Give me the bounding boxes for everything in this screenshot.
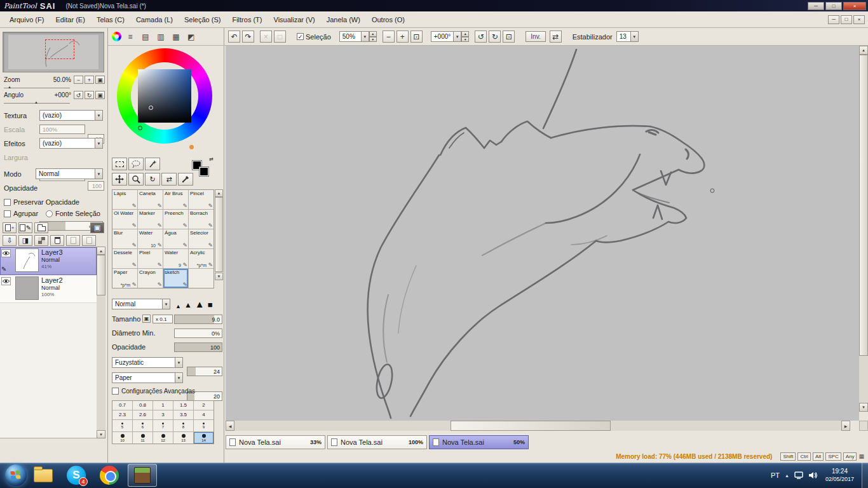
dropdown-arrow-icon[interactable]: ▼ <box>175 357 183 368</box>
selection-toggle[interactable]: ✓ Seleção <box>297 33 331 41</box>
layer-visibility-toggle[interactable] <box>1 277 11 285</box>
edge-shape-dropdown[interactable]: Fuzystatic ▼ <box>112 357 183 368</box>
size-preset[interactable]: 2 <box>194 401 214 410</box>
clear-layer-button[interactable] <box>34 235 48 246</box>
document-tab[interactable]: Nova Tela.sai 100% <box>327 435 427 449</box>
dropdown-arrow-icon[interactable]: ▼ <box>95 138 103 149</box>
layer-list-scrollbar[interactable]: ▲ ▼ <box>97 247 105 438</box>
mdi-restore-button[interactable]: □ <box>841 15 852 24</box>
size-preset[interactable]: 1.5 <box>173 401 193 410</box>
dropdown-arrow-icon[interactable]: ▼ <box>95 110 103 121</box>
view-mode-2-icon[interactable]: ▤ <box>139 31 152 43</box>
layer-mode-dropdown[interactable]: Normal ▼ <box>36 168 103 179</box>
rotate-cw-button[interactable]: ↻ <box>489 30 501 43</box>
brush-cell-empty[interactable] <box>189 269 214 288</box>
new-layer-button[interactable]: + <box>3 222 17 233</box>
brush-cell[interactable]: Ol Water✎ <box>112 210 137 229</box>
scroll-down-arrow[interactable]: ▼ <box>97 430 105 438</box>
brush-cell[interactable]: Air Brus✎ <box>163 190 188 209</box>
dropdown-arrow-icon[interactable]: ▼ <box>175 372 183 383</box>
saturation-value-square[interactable] <box>138 69 191 123</box>
flip-view-tool[interactable]: ⇄ <box>161 173 177 186</box>
color-wheel-toggle-icon[interactable] <box>112 32 121 41</box>
brush-cell[interactable]: Pixel✎ <box>138 249 163 268</box>
navigator-preview[interactable] <box>3 32 104 72</box>
menu-outros[interactable]: Outros (O) <box>366 13 410 26</box>
size-preset[interactable]: 0.7 <box>112 401 132 410</box>
canvas-vertical-scrollbar[interactable]: ▲ ▼ <box>859 46 868 421</box>
spin-up-icon[interactable]: ▲ <box>461 31 469 37</box>
advanced-settings-checkbox[interactable] <box>112 388 119 395</box>
brush-cell[interactable]: Blur✎ <box>112 229 137 248</box>
brush-cell[interactable]: Paper*p*m✎ <box>112 269 137 288</box>
layer-thumbnail[interactable] <box>15 248 39 272</box>
rotate-ccw-button[interactable]: ↺ <box>475 30 487 43</box>
taskbar-active-app-button[interactable] <box>126 463 159 488</box>
close-button[interactable]: × <box>843 2 866 10</box>
layer-visibility-toggle[interactable] <box>1 249 11 257</box>
menu-filtros[interactable]: Filtros (T) <box>226 13 268 26</box>
size-preset[interactable]: 2.3 <box>112 410 132 419</box>
size-preset[interactable]: 5 <box>112 420 132 431</box>
scrollbar-thumb[interactable] <box>215 197 223 272</box>
size-preset[interactable]: 9 <box>194 420 214 431</box>
menu-janela[interactable]: Janela (W) <box>321 13 366 26</box>
brush-cell[interactable]: Selecior✎ <box>189 229 214 248</box>
show-desktop-button[interactable] <box>862 463 868 488</box>
nav-angle-slider[interactable]: ▲ <box>4 103 70 104</box>
dropdown-arrow-icon[interactable]: ▼ <box>453 31 461 42</box>
invert-view-button[interactable]: Inv. <box>526 31 545 42</box>
size-preset[interactable]: 3 <box>153 410 173 419</box>
nav-zoom-in-button[interactable]: + <box>85 76 94 84</box>
flip-view-button[interactable]: ⇄ <box>550 30 562 43</box>
color-wheel[interactable] <box>117 48 212 144</box>
view-mode-1-icon[interactable]: ≡ <box>124 31 137 43</box>
mdi-minimize-button[interactable]: ─ <box>828 15 839 24</box>
dropdown-arrow-icon[interactable]: ▼ <box>95 168 103 179</box>
brush-cell[interactable]: Água✎ <box>163 229 188 248</box>
dropdown-arrow-icon[interactable]: ▼ <box>162 299 170 309</box>
merge-down-button[interactable]: ◨ <box>18 235 32 246</box>
taskbar-explorer-button[interactable] <box>27 463 60 488</box>
menu-visualizar[interactable]: Visualizar (V) <box>268 13 321 26</box>
view-mode-4-icon[interactable]: ▦ <box>170 31 182 43</box>
menu-telas[interactable]: Telas (C) <box>91 13 130 26</box>
group-checkbox[interactable] <box>4 210 11 217</box>
nav-angle-reset-button[interactable]: ▣ <box>95 91 105 99</box>
eyedropper-tool[interactable] <box>178 173 193 186</box>
scrollbar-thumb[interactable] <box>451 421 611 431</box>
redo-button[interactable]: ↷ <box>242 30 254 43</box>
brush-cell[interactable]: Water10✎ <box>138 229 163 248</box>
hue-marker[interactable] <box>138 126 142 130</box>
nav-zoom-slider[interactable]: ▲ <box>4 88 70 88</box>
minimize-button[interactable]: ─ <box>808 2 824 10</box>
document-tab[interactable]: Nova Tela.sai 33% <box>226 435 325 449</box>
canvas-horizontal-scrollbar[interactable]: ◀ ▶ <box>226 421 859 431</box>
tray-expand-icon[interactable]: ▲ <box>785 473 789 478</box>
preserve-opacity-row[interactable]: Preservar Opacidade <box>4 198 79 206</box>
effect-dropdown[interactable]: (vazio) ▼ <box>39 138 103 149</box>
swap-colors-icon[interactable]: ⇄ <box>209 156 214 162</box>
magic-wand-tool[interactable] <box>145 158 160 170</box>
zoom-in-button[interactable]: + <box>397 30 409 43</box>
size-preset[interactable]: 11 <box>133 432 153 444</box>
size-preset-selected[interactable]: 14 <box>194 432 214 444</box>
rect-select-tool[interactable] <box>112 158 127 170</box>
volume-icon[interactable] <box>808 471 818 479</box>
clock[interactable]: 19:24 02/05/2017 <box>823 468 857 483</box>
scrollbar-thumb[interactable] <box>97 255 105 295</box>
navigator-viewport-rect[interactable] <box>45 39 74 59</box>
angle-slider-thumb[interactable]: ▲ <box>34 100 38 104</box>
view-mode-3-icon[interactable]: ▥ <box>154 31 167 43</box>
drawing-canvas[interactable] <box>226 46 859 421</box>
nav-zoom-reset-button[interactable]: ▣ <box>95 76 105 84</box>
advanced-settings-row[interactable]: Configurações Avançadas <box>112 388 195 395</box>
brush-blend-dropdown[interactable]: Normal ▼ <box>112 299 170 309</box>
lasso-tool[interactable] <box>128 158 144 170</box>
preserve-opacity-checkbox[interactable] <box>4 199 11 206</box>
zoom-tool[interactable] <box>128 173 144 186</box>
undo-button[interactable]: ↶ <box>228 30 240 43</box>
brush-tip-shapes[interactable]: ▲ ▲ ▲ ■ <box>175 299 213 309</box>
size-preset[interactable]: 0.8 <box>133 401 153 410</box>
size-preset[interactable]: 12 <box>153 432 173 444</box>
